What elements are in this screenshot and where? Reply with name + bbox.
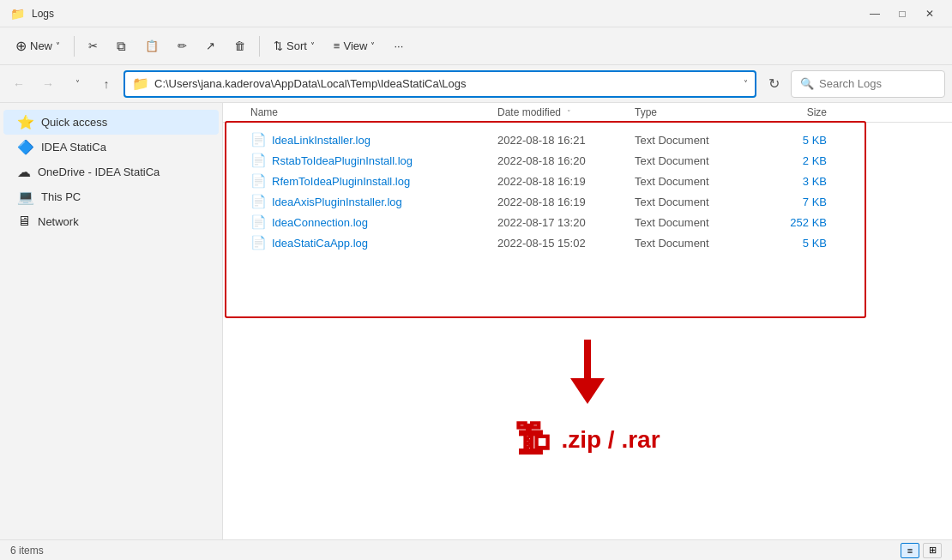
network-icon: 🖥	[17, 214, 31, 229]
file-icon: 📄	[250, 214, 267, 230]
share-button[interactable]: ↗	[197, 33, 224, 60]
sidebar-item-label: Network	[38, 215, 79, 228]
refresh-button[interactable]: ↻	[762, 72, 786, 96]
share-icon: ↗	[206, 39, 215, 52]
this-pc-icon: 💻	[17, 189, 34, 205]
recent-locations-button[interactable]: ˅	[65, 72, 89, 96]
sidebar-item-label: IDEA StatiCa	[41, 141, 106, 154]
view-chevron-icon: ˅	[371, 41, 375, 51]
back-icon: ←	[13, 77, 25, 91]
view-controls: ≡ ⊞	[901, 543, 942, 558]
window-icon: 📁	[10, 7, 25, 21]
onedrive-icon: ☁	[17, 164, 31, 180]
file-area: Name Date modified ˅ Type Size 📄 Ide	[223, 103, 952, 539]
file-icon: 📄	[250, 235, 267, 250]
status-bar: 6 items ≡ ⊞	[0, 539, 952, 560]
new-plus-icon: ⊕	[15, 38, 27, 54]
up-icon: ↑	[104, 77, 110, 91]
detail-view-button[interactable]: ≡	[901, 543, 919, 558]
new-label: New	[30, 39, 52, 52]
chevron-down-icon: ˅	[75, 79, 80, 88]
back-button[interactable]: ←	[7, 72, 31, 96]
window-title: Logs	[32, 8, 54, 20]
column-size[interactable]: Size	[772, 106, 841, 118]
more-icon: ···	[394, 39, 403, 52]
table-row[interactable]: 📄 RfemToIdeaPluginInstall.log 2022-08-18…	[223, 171, 952, 191]
zip-icon: 🗜	[515, 419, 551, 461]
file-icon: 📄	[250, 173, 267, 189]
new-button[interactable]: ⊕ New ˅	[7, 33, 69, 60]
address-input-wrapper: 📁 ˅	[124, 70, 756, 98]
zip-text: .zip / .rar	[561, 426, 660, 454]
svg-marker-1	[570, 378, 605, 404]
maximize-button[interactable]: □	[890, 5, 914, 22]
rename-icon: ✏	[178, 39, 187, 52]
separator-2	[259, 36, 260, 57]
bottom-area: 🗜 .zip / .rar	[223, 260, 952, 539]
table-row[interactable]: 📄 IdeaAxisPluginInstaller.log 2022-08-18…	[223, 191, 952, 212]
paste-icon: 📋	[145, 39, 159, 52]
paste-button[interactable]: 📋	[136, 33, 167, 60]
rename-button[interactable]: ✏	[169, 33, 196, 60]
view-icon: ≡	[334, 39, 340, 52]
table-row[interactable]: 📄 IdeaConnection.log 2022-08-17 13:20 Te…	[223, 212, 952, 232]
view-button[interactable]: ≡ View ˅	[325, 33, 384, 60]
sidebar-item-label: Quick access	[41, 116, 107, 129]
date-sort-icon: ˅	[567, 109, 571, 117]
view-label: View	[343, 39, 367, 52]
toolbar: ⊕ New ˅ ✂ ⧉ 📋 ✏ ↗ 🗑 ⇅ Sort ˅ ≡ View ˅ ··…	[0, 27, 952, 65]
sidebar-item-this-pc[interactable]: 💻 This PC	[3, 184, 219, 209]
quick-access-icon: ⭐	[17, 114, 34, 130]
column-type[interactable]: Type	[635, 106, 772, 118]
zip-label: 🗜 .zip / .rar	[515, 419, 660, 461]
sort-button[interactable]: ⇅ Sort ˅	[265, 33, 323, 60]
sidebar: ⭐ Quick access 🔷 IDEA StatiCa ☁ OneDrive…	[0, 103, 223, 539]
copy-button[interactable]: ⧉	[108, 33, 135, 60]
forward-icon: →	[42, 77, 54, 91]
sidebar-item-label: OneDrive - IDEA StatiCa	[38, 166, 160, 178]
copy-icon: ⧉	[117, 39, 126, 54]
item-count: 6 items	[10, 545, 44, 557]
delete-button[interactable]: 🗑	[226, 33, 254, 60]
search-input[interactable]	[819, 77, 922, 90]
file-icon: 📄	[250, 153, 267, 168]
column-date[interactable]: Date modified ˅	[497, 106, 635, 118]
table-row[interactable]: 📄 IdeaLinkInstaller.log 2022-08-18 16:21…	[223, 129, 952, 150]
sidebar-item-idea-statica[interactable]: 🔷 IDEA StatiCa	[3, 135, 219, 160]
minimize-button[interactable]: —	[863, 5, 887, 22]
new-chevron-icon: ˅	[56, 41, 60, 51]
tile-view-button[interactable]: ⊞	[923, 543, 942, 558]
up-directory-button[interactable]: ↑	[94, 72, 118, 96]
title-bar: 📁 Logs — □ ✕	[0, 0, 952, 27]
file-list: 📄 IdeaLinkInstaller.log 2022-08-18 16:21…	[223, 123, 952, 260]
address-folder-icon: 📁	[132, 75, 149, 92]
sidebar-item-quick-access[interactable]: ⭐ Quick access	[3, 110, 219, 135]
arrow-down	[566, 340, 609, 411]
refresh-icon: ↻	[768, 75, 780, 92]
search-icon: 🔍	[800, 77, 814, 90]
address-input[interactable]	[154, 77, 738, 90]
search-wrapper: 🔍	[791, 70, 945, 98]
more-button[interactable]: ···	[385, 33, 412, 60]
table-row[interactable]: 📄 RstabToIdeaPluginInstall.log 2022-08-1…	[223, 150, 952, 171]
sort-chevron-icon: ˅	[310, 41, 315, 51]
delete-icon: 🗑	[234, 39, 245, 52]
sidebar-item-label: This PC	[41, 190, 81, 203]
forward-button[interactable]: →	[36, 72, 60, 96]
sort-icon: ⇅	[274, 39, 283, 52]
cut-button[interactable]: ✂	[80, 33, 106, 60]
file-icon: 📄	[250, 132, 267, 148]
file-icon: 📄	[250, 194, 267, 209]
cut-icon: ✂	[88, 39, 98, 52]
main-content: ⭐ Quick access 🔷 IDEA StatiCa ☁ OneDrive…	[0, 103, 952, 539]
separator-1	[74, 36, 75, 57]
idea-statica-icon: 🔷	[17, 139, 34, 155]
column-name[interactable]: Name	[223, 106, 497, 118]
table-row[interactable]: 📄 IdeaStatiCaApp.log 2022-08-15 15:02 Te…	[223, 232, 952, 253]
address-bar: ← → ˅ ↑ 📁 ˅ ↻ 🔍	[0, 65, 952, 103]
close-button[interactable]: ✕	[918, 5, 942, 22]
sidebar-item-onedrive[interactable]: ☁ OneDrive - IDEA StatiCa	[3, 160, 219, 184]
file-list-header: Name Date modified ˅ Type Size	[223, 103, 952, 123]
address-dropdown-button[interactable]: ˅	[744, 79, 748, 88]
sidebar-item-network[interactable]: 🖥 Network	[3, 209, 219, 233]
